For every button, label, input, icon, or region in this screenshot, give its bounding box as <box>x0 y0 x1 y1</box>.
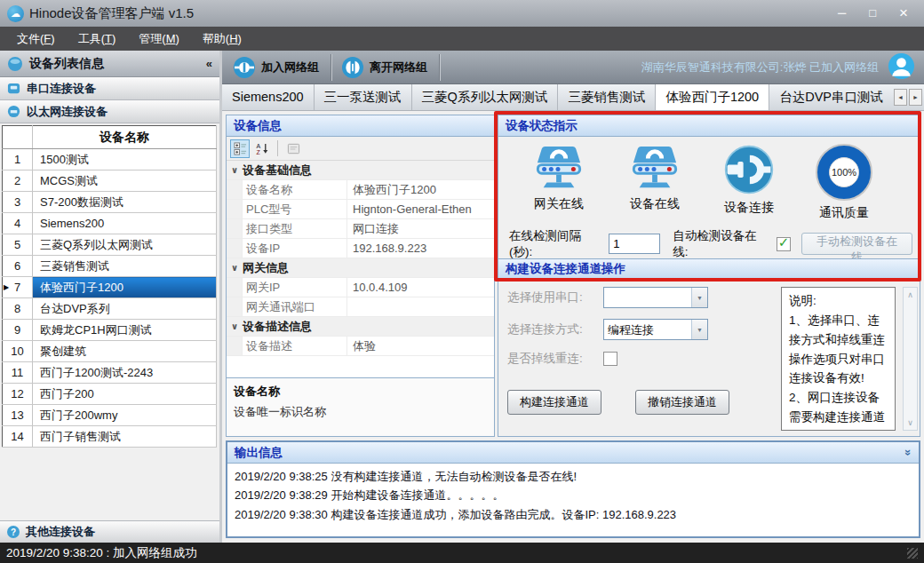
tab-delta-dvp-serial-test[interactable]: 台达DVP串口测试 <box>769 84 892 110</box>
interval-input[interactable] <box>609 234 660 254</box>
sidebar-collapse-icon[interactable]: « <box>206 57 212 70</box>
channel-ops-header: 构建设备连接通道操作 <box>498 258 920 280</box>
tab-mitsubishi-sales-test[interactable]: 三菱销售测试 <box>558 84 656 110</box>
property-row[interactable]: PLC型号Hignton-General-Ethen <box>227 200 494 219</box>
instructions-note: 说明: 1、选择串口、连接方式和掉线重连操作选项只对串口连接设备有效! 2、网口… <box>781 287 896 431</box>
toolbar-separator <box>277 140 278 156</box>
table-row[interactable]: 5三菱Q系列以太网测试 <box>3 234 217 256</box>
app-logo-icon: ☁ <box>7 5 24 22</box>
chevron-down-icon: ▼ <box>691 320 707 339</box>
table-row[interactable]: 9欧姆龙CP1H网口测试 <box>3 320 217 341</box>
title-bar: ☁ Hinode设备管理客户端 v1.5 ─ □ × <box>0 0 924 27</box>
property-grid: ∨设备基础信息 设备名称体验西门子1200 PLC型号Hignton-Gener… <box>227 161 494 377</box>
categorized-view-icon[interactable] <box>230 139 250 158</box>
property-description-text: 设备唯一标识名称 <box>234 404 487 420</box>
table-row[interactable]: 6三菱销售测试 <box>3 256 217 277</box>
table-row[interactable]: 13西门子200wmy <box>3 405 217 426</box>
property-category[interactable]: ∨网关信息 <box>227 258 494 278</box>
menu-help[interactable]: 帮助(H) <box>191 27 253 51</box>
device-table: 设备名称 11500测试 2MCGS测试 3S7-200数据测试 4Siemen… <box>2 125 217 448</box>
chevron-down-icon: ▼ <box>691 288 707 307</box>
online-check-row: 在线检测间隔(秒): 自动检测设备在线: ✓ 手动检测设备在线 <box>498 229 920 258</box>
sidebar-header: 设备列表信息 « <box>0 51 219 77</box>
sidebar-item-ethernet-devices[interactable]: 以太网连接设备 <box>0 100 219 123</box>
log-line: 2019/2/20 9:38:30 构建设备连接通道成功，添加设备路由完成。设备… <box>235 505 912 524</box>
property-row[interactable]: 设备描述体验 <box>227 337 494 356</box>
table-row[interactable]: 11西门子1200测试-2243 <box>3 362 217 384</box>
table-row[interactable]: 11500测试 <box>3 149 217 170</box>
output-collapse-icon[interactable]: » <box>902 449 915 456</box>
device-info-panel: 设备信息 AZ ∨设备基础信息 <box>226 115 495 437</box>
tab-mitsubishi-q-ethernet-test[interactable]: 三菱Q系列以太网测试 <box>412 84 559 110</box>
app-window: ☁ Hinode设备管理客户端 v1.5 ─ □ × 文件(F) 工具(T) 管… <box>0 0 924 563</box>
device-status-header: 设备状态指示 <box>498 115 920 137</box>
property-row[interactable]: 网关通讯端口 <box>227 297 494 317</box>
property-row[interactable]: 接口类型网口连接 <box>227 219 494 239</box>
manual-check-button[interactable]: 手动检测设备在线 <box>801 233 912 255</box>
tab-scroll-left-icon[interactable]: ◄ <box>894 89 907 106</box>
avatar-icon <box>888 52 915 80</box>
property-grid-toolbar: AZ <box>227 137 494 161</box>
output-log-list: 2019/2/20 9:38:25 没有构建连接通道，无法自动检测设备是否在线!… <box>227 464 919 536</box>
property-description-title: 设备名称 <box>234 384 487 400</box>
table-row[interactable]: 10聚创建筑 <box>3 341 217 362</box>
status-bar: 2019/2/20 9:38:20 : 加入网络组成功 <box>0 543 924 563</box>
maximize-button[interactable]: □ <box>869 7 876 20</box>
table-row[interactable]: 4Siemens200 <box>3 213 217 234</box>
note-scrollbar[interactable]: ∧ ∨ <box>903 287 918 431</box>
table-row[interactable]: 8台达DVP系列 <box>3 298 217 320</box>
property-category[interactable]: ∨设备描述信息 <box>227 317 494 337</box>
device-list-icon <box>7 56 23 72</box>
sidebar-item-serial-devices[interactable]: 串口连接设备 <box>0 77 219 100</box>
tab-sany-pump-test[interactable]: 三一泵送测试 <box>315 84 412 110</box>
menu-manage[interactable]: 管理(M) <box>127 27 191 51</box>
table-row[interactable]: 12西门子200 <box>3 384 217 405</box>
device-connect-indicator: 设备连接 <box>723 144 775 216</box>
tab-siemens200[interactable]: Siemens200 <box>222 84 315 110</box>
serial-port-select[interactable]: ▼ <box>603 287 708 308</box>
user-avatar[interactable] <box>888 52 915 83</box>
svg-text:A: A <box>256 142 260 148</box>
chevron-down-icon: ∨ <box>227 321 243 331</box>
sidebar-item-other-devices[interactable]: ? 其他连接设备 <box>0 520 219 543</box>
resize-grip[interactable] <box>907 548 918 559</box>
ethernet-device-icon <box>7 105 20 118</box>
account-status-text: 湖南华辰智通科技有限公司:张烨 已加入网络组 <box>641 59 879 75</box>
window-title: Hinode设备管理客户端 v1.5 <box>29 5 194 22</box>
selected-row-marker-icon: ▶ <box>4 283 9 291</box>
tab-scroll-right-icon[interactable]: ► <box>909 89 922 106</box>
minimize-button[interactable]: ─ <box>838 7 846 20</box>
toolbar-separator <box>331 54 332 81</box>
property-category[interactable]: ∨设备基础信息 <box>227 161 494 180</box>
property-pages-icon-disabled[interactable] <box>283 139 303 158</box>
property-row[interactable]: 设备名称体验西门子1200 <box>227 180 494 200</box>
toolbar-separator <box>440 54 441 81</box>
tab-siemens1200-selected[interactable]: 体验西门子1200 <box>656 84 769 110</box>
join-network-button[interactable]: 加入网络组 <box>227 52 328 83</box>
connect-mode-label: 选择连接方式: <box>507 321 603 337</box>
scroll-up-icon[interactable]: ∧ <box>907 290 913 299</box>
build-channel-button[interactable]: 构建连接通道 <box>507 390 601 415</box>
join-network-icon <box>233 56 256 79</box>
auto-check-checkbox[interactable]: ✓ <box>777 237 791 251</box>
serial-device-icon <box>7 82 20 95</box>
leave-network-button[interactable]: 离开网络组 <box>336 52 436 83</box>
scroll-down-icon[interactable]: ∨ <box>907 418 913 427</box>
property-row[interactable]: 设备IP192.168.9.223 <box>227 239 494 258</box>
table-row-selected[interactable]: ▶7 体验西门子1200 <box>3 277 217 298</box>
reconnect-label: 是否掉线重连: <box>507 351 603 367</box>
alphabetical-sort-icon[interactable]: AZ <box>252 139 272 158</box>
reconnect-checkbox[interactable] <box>603 352 617 366</box>
device-table-header: 设备名称 <box>3 126 217 149</box>
close-button[interactable]: × <box>899 5 908 20</box>
comm-quality-gauge-icon: 100% <box>816 144 872 201</box>
revoke-channel-button[interactable]: 撤销连接通道 <box>635 390 729 415</box>
table-row[interactable]: 14西门子销售测试 <box>3 426 217 448</box>
menu-file[interactable]: 文件(F) <box>5 27 67 51</box>
property-row[interactable]: 网关IP10.0.4.109 <box>227 278 494 297</box>
table-row[interactable]: 3S7-200数据测试 <box>3 192 217 213</box>
menu-tools[interactable]: 工具(T) <box>67 27 128 51</box>
table-row[interactable]: 2MCGS测试 <box>3 170 217 192</box>
connect-mode-select[interactable]: 编程连接 ▼ <box>603 319 708 340</box>
status-indicators: 网关在线 设备在线 <box>498 137 920 229</box>
